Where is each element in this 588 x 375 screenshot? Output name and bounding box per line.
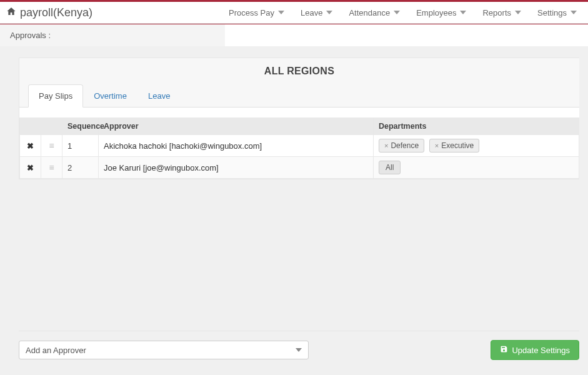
approvers-table-wrap: Sequence Approver Departments ✖ ≡ Akicho… xyxy=(19,108,579,179)
panel-title: ALL REGIONS xyxy=(19,58,579,84)
col-handle xyxy=(41,118,62,135)
drag-handle-icon[interactable]: ≡ xyxy=(46,165,57,170)
menu-label: Leave xyxy=(301,8,322,18)
menu-attendance[interactable]: Attendance xyxy=(349,8,400,18)
drag-handle-icon[interactable]: ≡ xyxy=(46,143,57,148)
table-header-row: Sequence Approver Departments xyxy=(20,118,579,135)
col-approver: Approver xyxy=(99,118,374,135)
col-departments: Departments xyxy=(374,118,579,135)
menu-label: Reports xyxy=(482,8,511,18)
add-approver-dropdown[interactable]: Add an Approver xyxy=(19,341,309,359)
footer-bar: Add an Approver Update Settings xyxy=(19,331,579,360)
tab-leave[interactable]: Leave xyxy=(137,84,181,107)
main-menu: Process Pay Leave Attendance Employees R… xyxy=(229,8,582,18)
department-tag[interactable]: × Executive xyxy=(429,139,479,152)
menu-label: Process Pay xyxy=(229,8,274,18)
menu-reports[interactable]: Reports xyxy=(482,8,521,18)
menu-process-pay[interactable]: Process Pay xyxy=(229,8,284,18)
tag-label: Defence xyxy=(391,141,419,150)
departments-all-badge: All xyxy=(379,161,401,174)
menu-label: Employees xyxy=(416,8,456,18)
col-delete xyxy=(20,118,41,135)
menu-label: Attendance xyxy=(349,8,390,18)
top-navbar: payroll(Kenya) Process Pay Leave Attenda… xyxy=(0,0,588,24)
remove-tag-icon[interactable]: × xyxy=(435,142,439,149)
tab-overtime[interactable]: Overtime xyxy=(83,84,137,107)
save-icon xyxy=(500,345,508,355)
app-title: payroll(Kenya) xyxy=(20,6,92,19)
tab-label: Leave xyxy=(148,91,170,101)
tabs: Pay Slips Overtime Leave xyxy=(19,84,579,108)
caret-down-icon xyxy=(394,8,400,18)
approver-cell: Joe Karuri [joe@wingubox.com] xyxy=(99,157,374,179)
approvals-panel: ALL REGIONS Pay Slips Overtime Leave xyxy=(19,58,579,179)
caret-down-icon xyxy=(571,8,577,18)
menu-settings[interactable]: Settings xyxy=(537,8,577,18)
tab-label: Pay Slips xyxy=(39,91,72,101)
dropdown-label: Add an Approver xyxy=(26,346,86,355)
page-body: ALL REGIONS Pay Slips Overtime Leave xyxy=(0,46,588,375)
delete-row-button[interactable]: ✖ xyxy=(25,141,36,151)
brand[interactable]: payroll(Kenya) xyxy=(6,6,92,19)
breadcrumb: Approvals : xyxy=(0,24,225,46)
delete-row-button[interactable]: ✖ xyxy=(25,163,36,172)
approver-cell: Akichoka hachoki [hachoki@wingubox.com] xyxy=(99,135,374,157)
approvers-table: Sequence Approver Departments ✖ ≡ Akicho… xyxy=(19,118,579,179)
update-settings-button[interactable]: Update Settings xyxy=(491,340,579,360)
tag-label: Executive xyxy=(441,141,474,150)
department-tag[interactable]: × Defence xyxy=(379,139,424,152)
sequence-input[interactable] xyxy=(67,141,92,151)
button-label: Update Settings xyxy=(512,346,570,355)
menu-label: Settings xyxy=(537,8,567,18)
caret-down-icon xyxy=(515,8,521,18)
breadcrumb-text: Approvals : xyxy=(10,31,51,40)
caret-down-icon xyxy=(278,8,284,18)
sequence-input[interactable] xyxy=(67,163,92,172)
col-sequence: Sequence xyxy=(62,118,99,135)
menu-leave[interactable]: Leave xyxy=(301,8,332,18)
tab-label: Overtime xyxy=(94,91,127,101)
caret-down-icon xyxy=(460,8,466,18)
remove-tag-icon[interactable]: × xyxy=(384,142,388,149)
table-row: ✖ ≡ Akichoka hachoki [hachoki@wingubox.c… xyxy=(20,135,579,157)
table-row: ✖ ≡ Joe Karuri [joe@wingubox.com] All xyxy=(20,157,579,179)
home-icon xyxy=(6,6,16,19)
menu-employees[interactable]: Employees xyxy=(416,8,466,18)
tab-pay-slips[interactable]: Pay Slips xyxy=(28,84,83,108)
caret-down-icon xyxy=(326,8,332,18)
caret-down-icon xyxy=(296,346,302,355)
departments-cell: All xyxy=(374,157,579,179)
departments-cell: × Defence × Executive xyxy=(374,135,579,157)
